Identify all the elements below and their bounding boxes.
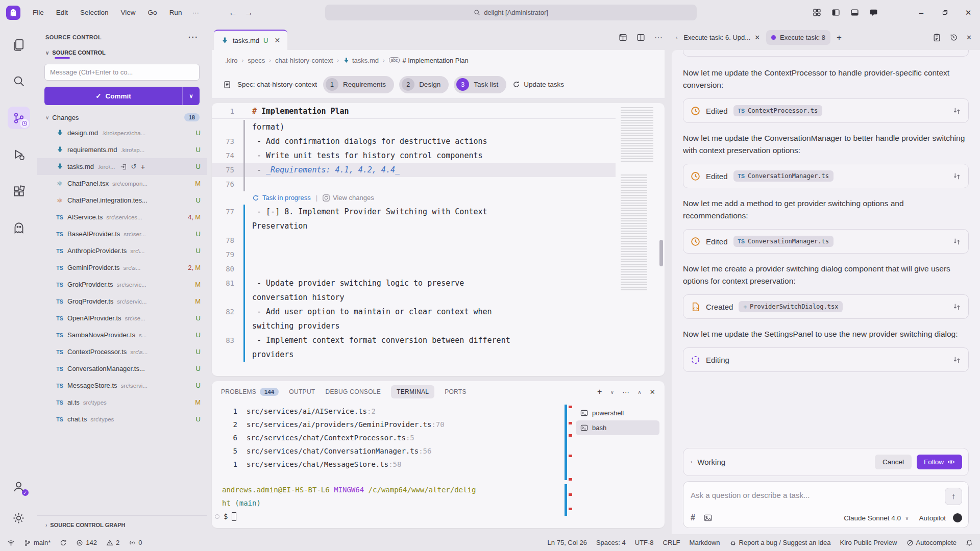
status-item-autocomplete[interactable]: Autocomplete [906, 539, 957, 546]
changed-file-row[interactable]: TSchat.tssrc\typesU [37, 411, 207, 428]
attach-image-icon[interactable] [703, 513, 713, 522]
minimize-button[interactable]: – [910, 0, 933, 25]
model-selector[interactable]: Claude Sonnet 4.0 [844, 514, 901, 522]
panel-close-icon[interactable]: ✕ [966, 34, 972, 41]
breadcrumb-item[interactable]: tasks.md [343, 57, 379, 64]
kiro-ghost-icon[interactable] [8, 217, 30, 239]
status-item-ln-75-col-26[interactable]: Ln 75, Col 26 [548, 539, 587, 546]
chat-bubble-icon[interactable] [869, 8, 878, 17]
code-line[interactable]: 82- Add user option to maintain or clear… [212, 305, 616, 319]
view-diff-icon[interactable] [952, 107, 961, 115]
new-session-icon[interactable]: + [837, 33, 842, 43]
status-item-2[interactable]: 2 [106, 539, 119, 546]
status-item-bell[interactable] [966, 539, 973, 546]
tab-tasks-md[interactable]: tasks.md U ✕ [214, 30, 287, 50]
stage-changes-icon[interactable]: + [140, 162, 145, 171]
agent-tab-1[interactable]: Execute task: 6. Upd... ✕ [683, 34, 760, 41]
model-dropdown-icon[interactable]: ∨ [905, 515, 909, 521]
changed-file-row[interactable]: TSAnthropicProvider.tssrc\...U [37, 242, 207, 259]
follow-button[interactable]: Follow [917, 455, 962, 469]
file-action-card[interactable]: Editing [683, 347, 969, 372]
status-item-utf-8[interactable]: UTF-8 [635, 539, 654, 546]
restore-button[interactable] [933, 0, 957, 25]
view-diff-icon[interactable] [952, 237, 961, 246]
cancel-button[interactable]: Cancel [875, 455, 912, 469]
changes-section-header[interactable]: ∨ Changes 18 [37, 107, 207, 124]
code-line[interactable]: 76 [212, 177, 616, 191]
explorer-icon[interactable] [8, 33, 30, 56]
view-changes-link[interactable]: View changes [333, 191, 374, 205]
terminal-instance-bash[interactable]: bash [576, 420, 659, 435]
changed-file-row[interactable]: TSai.tssrc\typesM [37, 394, 207, 411]
status-item-markdown[interactable]: Markdown [690, 539, 720, 546]
view-diff-icon[interactable] [952, 172, 961, 181]
file-action-card[interactable]: EditedTSContextProcessor.ts [683, 98, 969, 123]
code-line[interactable]: 81- Update provider switching logic to p… [212, 276, 616, 290]
code-line[interactable]: switching providers [212, 319, 616, 333]
customize-layout-icon[interactable] [813, 8, 821, 17]
tab-close-icon[interactable]: ✕ [274, 36, 280, 44]
nav-forward-icon[interactable]: → [244, 8, 253, 18]
status-item-crlf[interactable]: CRLF [663, 539, 680, 546]
run-debug-icon[interactable] [8, 143, 30, 166]
status-item-spaces-4[interactable]: Spaces: 4 [596, 539, 626, 546]
agent-tab-1-close-icon[interactable]: ✕ [754, 34, 760, 41]
commit-button[interactable]: ✓Commit ∨ [44, 87, 200, 105]
code-line[interactable]: format) [212, 120, 616, 134]
open-file-icon[interactable] [120, 163, 127, 170]
commit-message-input[interactable] [44, 64, 200, 81]
code-line[interactable]: Preservation [212, 219, 616, 233]
open-preview-icon[interactable] [619, 33, 627, 42]
status-item-main-[interactable]: main* [24, 539, 51, 546]
settings-gear-icon[interactable] [8, 507, 30, 529]
extensions-icon[interactable] [8, 180, 30, 203]
terminal-dropdown-icon[interactable]: ∨ [610, 389, 615, 395]
menu-view[interactable]: View [116, 6, 141, 19]
changed-file-row[interactable]: design.md.kiro\specs\cha...U [37, 124, 207, 141]
breadcrumb-item[interactable]: .kiro [225, 57, 238, 64]
close-panel-icon[interactable]: ✕ [650, 388, 655, 396]
sidebar-more-actions[interactable]: ··· [188, 33, 199, 41]
panel-tab-debug-console[interactable]: DEBUG CONSOLE [326, 388, 381, 395]
code-line[interactable]: 78 [212, 233, 616, 247]
file-chip[interactable]: TSConversationManager.ts [733, 236, 834, 247]
view-diff-icon[interactable] [952, 356, 961, 364]
code-line[interactable]: 75- _Requirements: 4.1, 4.2, 4.4_ [212, 163, 616, 177]
changed-file-row[interactable]: ⚛ChatPanel.integration.tes...U [37, 192, 207, 209]
breadcrumb-item[interactable]: chat-history-context [275, 57, 333, 64]
agent-tab-2[interactable]: Execute task: 8 [766, 30, 830, 45]
toggle-sidebar-icon[interactable] [831, 8, 840, 17]
code-line[interactable]: 74- Write unit tests for history control… [212, 148, 616, 163]
editor-more-actions-icon[interactable]: ··· [654, 33, 663, 42]
tabs-scroll-left-icon[interactable]: ‹ [676, 35, 677, 40]
status-item-0[interactable]: 0 [129, 539, 142, 546]
new-terminal-icon[interactable]: + [597, 387, 602, 396]
changed-file-row[interactable]: TSMessageStore.tssrc\servi...U [37, 377, 207, 394]
close-button[interactable]: ✕ [957, 0, 980, 25]
scrollbar-handle[interactable] [659, 240, 663, 266]
changed-file-row[interactable]: tasks.md.kiro\...↺+U [37, 158, 207, 175]
changed-file-row[interactable]: TSConversationManager.ts...U [37, 360, 207, 377]
changed-file-row[interactable]: TSSambaNovaProvider.tss...U [37, 327, 207, 343]
changed-file-row[interactable]: TSOpenAIProvider.tssrc\se...U [37, 310, 207, 327]
code-line[interactable]: conversation history [212, 290, 616, 305]
terminal-output[interactable]: 1src/services/ai/AIService.ts:22src/serv… [212, 403, 564, 528]
commit-dropdown-icon[interactable]: ∨ [182, 87, 200, 105]
source-control-graph-header[interactable]: › SOURCE CONTROL GRAPH [37, 515, 207, 534]
spec-pill-design[interactable]: 2Design [399, 76, 449, 93]
file-chip[interactable]: ⚛ProviderSwitchDialog.tsx [739, 301, 843, 312]
context-hash-icon[interactable]: # [691, 513, 695, 522]
code-line[interactable]: providers [212, 347, 616, 362]
view-diff-icon[interactable] [952, 303, 961, 311]
changed-file-row[interactable]: requirements.md.kiro\sp...U [37, 141, 207, 158]
breadcrumb-item[interactable]: specs [248, 57, 265, 64]
minimap[interactable] [616, 103, 665, 376]
status-item-kiro-public-preview[interactable]: Kiro Public Preview [840, 539, 897, 546]
status-item-wifi[interactable] [7, 539, 15, 546]
maximize-panel-icon[interactable]: ∧ [638, 389, 642, 395]
menu-edit[interactable]: Edit [51, 6, 73, 19]
source-control-icon[interactable] [8, 107, 30, 129]
markdown-editor[interactable]: 1# Implementation Planformat)73- Add con… [212, 103, 665, 376]
autopilot-toggle[interactable] [953, 513, 962, 522]
status-item-report-a-bug-suggest-an-[interactable]: Report a bug / Suggest an idea [729, 539, 831, 546]
